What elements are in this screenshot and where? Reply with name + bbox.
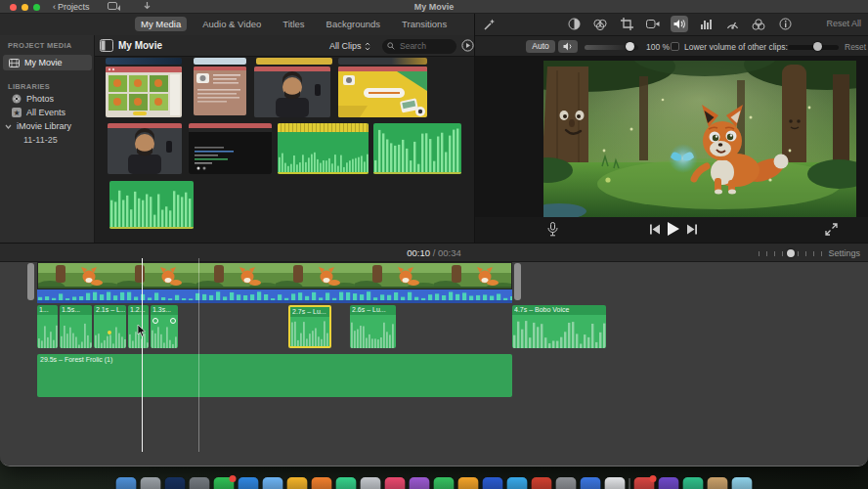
audio-clip[interactable]: 1.3s... [151,305,178,348]
reset-volume-button[interactable]: Reset [845,42,866,52]
disclosure-chevron-icon[interactable] [5,124,12,129]
dock-app-icon[interactable] [683,477,704,489]
clip-filter-circle-icon[interactable] [461,39,474,52]
speed-icon[interactable] [723,16,741,32]
search-field[interactable] [382,39,456,54]
fullscreen-icon[interactable] [825,223,838,236]
audio-clip-selected[interactable]: 2.7s – Lu... [288,305,331,348]
video-clip-audio-track[interactable] [37,289,512,303]
clip-trim-handle-right[interactable] [514,263,521,300]
next-frame-icon[interactable] [686,224,698,235]
dock-app-icon[interactable] [287,477,308,489]
lower-volume-checkbox[interactable] [671,42,679,51]
timeline-zoom-knob[interactable] [787,249,795,257]
fade-handle[interactable] [170,318,176,324]
fade-handle[interactable] [152,318,158,324]
media-thumbnail-presenter-video[interactable] [254,67,330,117]
auto-volume-button[interactable]: Auto [526,40,555,53]
color-correction-icon[interactable] [591,16,609,32]
tab-my-media[interactable]: My Media [135,17,187,31]
dock-app-icon[interactable] [165,477,186,489]
video-clip-filmstrip[interactable] [37,262,512,289]
sidebar-item-date-library[interactable]: 11-11-25 [23,135,58,145]
crop-icon[interactable] [618,16,635,32]
dock-app-icon[interactable] [263,477,283,489]
dock-app-icon[interactable] [483,477,503,489]
noise-reduction-icon[interactable] [697,16,715,32]
libraries-sidebar: PROJECT MEDIA My Movie LIBRARIES Photos … [0,35,95,243]
volume-icon[interactable] [671,16,688,32]
dock-app-icon[interactable] [659,477,679,489]
ducking-slider-knob[interactable] [813,42,822,51]
playhead[interactable] [142,258,143,452]
sidebar-item-imovie-library[interactable]: iMovie Library [5,121,71,131]
media-thumbnail-document[interactable] [194,67,246,115]
tab-audio-video[interactable]: Audio & Video [196,17,267,31]
dock-app-icon[interactable] [732,477,753,489]
record-voiceover-microphone-icon[interactable] [547,222,558,237]
dock-app-icon[interactable] [116,477,137,489]
dock-app-icon[interactable] [458,477,479,489]
dock-app-icon[interactable] [385,477,406,489]
sidebar-toggle-icon[interactable] [100,39,113,52]
media-thumbnail-prompt-page[interactable] [338,67,427,117]
media-thumbnail-partial[interactable] [338,58,427,65]
info-icon[interactable] [776,16,794,32]
timeline-settings-button[interactable]: Settings [828,248,860,258]
dock-app-icon[interactable] [556,477,577,489]
dock-app-icon[interactable] [239,477,259,489]
media-thumbnail-partial[interactable] [106,58,182,65]
media-thumbnail-presenter-video[interactable] [108,123,182,174]
media-thumbnail-fox-grid[interactable] [106,67,182,117]
media-thumbnail-audio-clip[interactable] [278,123,369,174]
dock-app-icon[interactable] [532,477,552,489]
dock-app-icon[interactable] [708,477,728,489]
audio-clip[interactable]: 1... [37,305,58,348]
timeline-zoom-slider[interactable] [759,249,823,257]
dock-app-icon[interactable] [434,477,455,489]
sidebar-item-photos[interactable]: Photos [12,94,54,104]
background-music-clip[interactable]: 29.5s – Forest Frolic (1) [37,354,512,397]
dock-app-icon[interactable] [214,477,235,489]
media-thumbnail-audio-clip[interactable] [373,123,461,174]
reset-all-button[interactable]: Reset All [826,19,861,28]
media-thumbnail-partial[interactable] [194,58,246,65]
ducking-slider[interactable] [788,45,839,50]
tab-backgrounds[interactable]: Backgrounds [321,17,386,31]
color-balance-icon[interactable] [565,16,583,32]
play-icon[interactable] [667,221,680,237]
previous-frame-icon[interactable] [649,224,661,235]
enhance-wand-icon[interactable] [483,18,497,31]
tab-titles[interactable]: Titles [277,17,310,31]
media-thumbnail-audio-clip[interactable] [109,181,194,229]
dock-app-icon[interactable] [312,477,332,489]
dock-app-icon[interactable] [605,477,626,489]
dock-app-icon[interactable] [336,477,357,489]
sidebar-item-all-events[interactable]: ★ All Events [12,108,65,117]
media-thumbnail-code-window[interactable] [189,123,272,174]
window-titlebar[interactable]: ‹Projects My Movie [0,0,868,14]
clip-trim-handle-left[interactable] [27,263,34,300]
dock-app-icon[interactable] [141,477,161,489]
volume-slider[interactable] [585,45,638,50]
dock-app-icon[interactable] [507,477,528,489]
preview-frame[interactable] [543,61,856,217]
dock-app-icon[interactable] [634,477,655,489]
dock-app-icon[interactable] [190,477,210,489]
timeline[interactable]: 1... 1.5s... 2.1s – L... 1.2... 1.3s... [0,262,868,467]
stabilization-icon[interactable] [644,16,662,32]
mute-button[interactable] [558,40,578,53]
dock-app-icon[interactable] [581,477,601,489]
tab-transitions[interactable]: Transitions [396,17,453,31]
search-input[interactable] [398,40,452,52]
volume-slider-knob[interactable] [626,42,634,51]
dock-app-icon[interactable] [361,477,381,489]
audio-clip[interactable]: 4.7s – Bobo Voice [512,305,606,348]
dock-app-icon[interactable] [410,477,430,489]
audio-clip[interactable]: 2.6s – Lu... [350,305,396,348]
audio-clip[interactable]: 1.5s... [60,305,92,348]
media-thumbnail-partial[interactable] [256,58,332,65]
clips-filter-dropdown[interactable]: All Clips [329,41,370,51]
clip-filter-icon[interactable] [750,16,767,32]
audio-clip[interactable]: 2.1s – L... [94,305,126,348]
